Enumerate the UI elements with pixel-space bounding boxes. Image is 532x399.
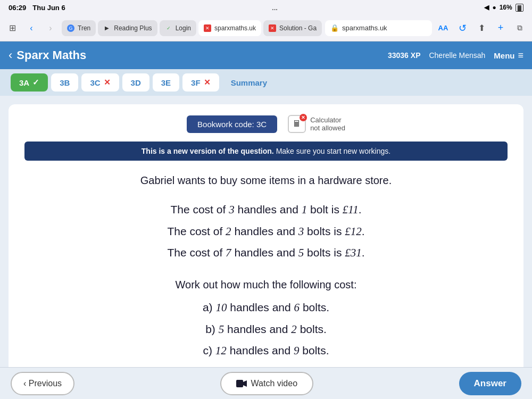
sidebar-toggle-button[interactable]: ⊞: [4, 20, 20, 36]
tab-summary[interactable]: Summary: [222, 73, 276, 92]
sparx-favicon: ✕: [204, 24, 211, 32]
calculator-sub-label: not allowed: [310, 124, 345, 132]
bookwork-bar: Bookwork code: 3C 🖩 ✕ Calculator not all…: [24, 115, 508, 133]
tabs-button[interactable]: ⧉: [512, 20, 528, 36]
tab-3b-label: 3B: [60, 78, 70, 87]
reading-plus-favicon: ▶: [103, 24, 111, 32]
calculator-info: 🖩 ✕ Calculator not allowed: [288, 115, 345, 133]
tab2-label: Reading Plus: [114, 24, 152, 32]
banner-rest-text: Make sure you start new workings.: [274, 147, 390, 155]
equation-line-2: The cost of 2 handles and 3 bolts is £12…: [24, 222, 508, 242]
new-version-banner: This is a new version of the question. M…: [24, 142, 508, 161]
tab-3d[interactable]: 3D: [122, 73, 149, 92]
question-equations: The cost of 3 handles and 1 bolt is £11.…: [24, 200, 508, 263]
login-favicon: ✓: [165, 24, 172, 32]
calculator-text: Calculator not allowed: [310, 116, 345, 132]
solution-favicon: ✕: [269, 24, 276, 32]
tab1-label: Tren: [78, 24, 90, 32]
browser-tab-google[interactable]: G Tren: [62, 20, 96, 36]
solution-tab-label: Solution - Ga: [279, 24, 317, 32]
tab-3f-label: 3F: [191, 78, 201, 87]
calculator-label: Calculator: [310, 116, 345, 124]
tab-3b[interactable]: 3B: [51, 73, 78, 92]
answer-button[interactable]: Answer: [459, 372, 521, 395]
question-card: Bookwork code: 3C 🖩 ✕ Calculator not all…: [9, 104, 523, 379]
sparx-logo: Sparx Maths: [16, 48, 86, 62]
part-b: b) 5 handles and 2 bolts.: [24, 320, 508, 339]
share-button[interactable]: ⬆: [473, 20, 489, 36]
equation-line-3: The cost of 7 handles and 5 bolts is £31…: [24, 243, 508, 263]
address-text: sparxmaths.uk: [342, 24, 387, 32]
battery-icon: ▓: [516, 4, 523, 12]
tab-3e-label: 3E: [161, 78, 171, 87]
menu-label: Menu: [494, 51, 514, 60]
video-camera-icon: [236, 380, 247, 387]
forward-button[interactable]: ›: [43, 20, 59, 36]
main-content: Bookwork code: 3C 🖩 ✕ Calculator not all…: [0, 96, 532, 379]
browser-bar: ⊞ ‹ › G Tren ▶ Reading Plus ✓ Login ✕ sp…: [0, 15, 532, 41]
back-button[interactable]: ‹: [23, 20, 39, 36]
tab-3a-label: 3A: [19, 78, 29, 87]
reload-button[interactable]: ↺: [454, 20, 470, 36]
svg-marker-1: [243, 380, 247, 387]
tab-3a-check-icon: ✓: [32, 78, 39, 87]
status-bar: 06:29 Thu Jun 6 ... ◀ ● 16% ▓: [0, 0, 532, 15]
bottom-bar: ‹ Previous Watch video Answer: [0, 367, 532, 399]
wifi-icon: ◀: [484, 4, 489, 11]
tab-3f[interactable]: 3F ✕: [182, 73, 219, 92]
watch-video-button[interactable]: Watch video: [220, 372, 313, 395]
hamburger-icon: ≡: [518, 50, 523, 61]
sparx-header: ‹ Sparx Maths 33036 XP Cherelle Mensah M…: [0, 41, 532, 69]
calculator-icon: 🖩 ✕: [288, 115, 306, 133]
question-task: Work out how much the following cost:: [24, 276, 508, 294]
question-intro: Gabriel wants to buy some items in a har…: [24, 171, 508, 189]
question-parts: a) 10 handles and 6 bolts. b) 5 handles …: [24, 298, 508, 361]
part-a: a) 10 handles and 6 bolts.: [24, 298, 508, 318]
address-bar[interactable]: 🔒 sparxmaths.uk: [325, 20, 432, 36]
signal-icon: ●: [492, 4, 496, 11]
tab3-label: Login: [176, 24, 191, 32]
menu-button[interactable]: Menu ≡: [494, 50, 523, 61]
status-day: Thu Jun 6: [32, 4, 65, 12]
watch-video-label: Watch video: [251, 379, 297, 388]
tab-3d-label: 3D: [131, 78, 141, 87]
browser-tab-reading-plus[interactable]: ▶ Reading Plus: [98, 20, 157, 36]
new-tab-button[interactable]: +: [493, 20, 509, 36]
status-dots: ...: [272, 4, 278, 12]
browser-actions: AA ↺ ⬆ + ⧉: [435, 20, 528, 36]
calculator-not-allowed-icon: ✕: [300, 114, 307, 121]
tab-3c-x-icon: ✕: [104, 78, 111, 87]
tab-3f-x-icon: ✕: [204, 78, 211, 87]
video-icon: [236, 380, 247, 387]
user-name: Cherelle Mensah: [429, 51, 485, 60]
banner-bold-text: This is a new version of the question.: [142, 147, 274, 155]
question-text: Gabriel wants to buy some items in a har…: [24, 171, 508, 361]
battery-level: 16%: [500, 4, 512, 11]
google-favicon: G: [67, 24, 74, 32]
lock-icon: 🔒: [330, 24, 339, 32]
tab-summary-label: Summary: [231, 78, 267, 87]
tabs-row: 3A ✓ 3B 3C ✕ 3D 3E 3F ✕ Summary: [0, 69, 532, 96]
part-c: c) 12 handles and 9 bolts.: [24, 341, 508, 361]
tab-3c-label: 3C: [90, 78, 100, 87]
header-back-button[interactable]: ‹: [9, 48, 12, 62]
tab-bar: G Tren ▶ Reading Plus ✓ Login ✕ sparxmat…: [62, 20, 322, 36]
browser-tab-login[interactable]: ✓ Login: [160, 20, 196, 36]
equation-line-1: The cost of 3 handles and 1 bolt is £11.: [24, 200, 508, 220]
xp-display: 33036 XP: [388, 51, 421, 60]
browser-tab-solution[interactable]: ✕ Solution - Ga: [263, 20, 322, 36]
aa-button[interactable]: AA: [435, 20, 451, 36]
tab-3a[interactable]: 3A ✓: [11, 73, 48, 92]
bookwork-code: Bookwork code: 3C: [187, 115, 277, 133]
tab-3e[interactable]: 3E: [153, 73, 179, 92]
active-tab-label: sparxmaths.uk: [214, 24, 256, 32]
browser-tab-sparx[interactable]: ✕ sparxmaths.uk: [198, 20, 261, 36]
header-right: 33036 XP Cherelle Mensah Menu ≡: [388, 50, 523, 61]
previous-button[interactable]: ‹ Previous: [11, 372, 74, 395]
svg-rect-0: [236, 380, 243, 387]
tab-3c[interactable]: 3C ✕: [81, 73, 119, 92]
sparx-logo-text: Sparx Maths: [16, 48, 86, 62]
status-time: 06:29: [9, 4, 26, 12]
